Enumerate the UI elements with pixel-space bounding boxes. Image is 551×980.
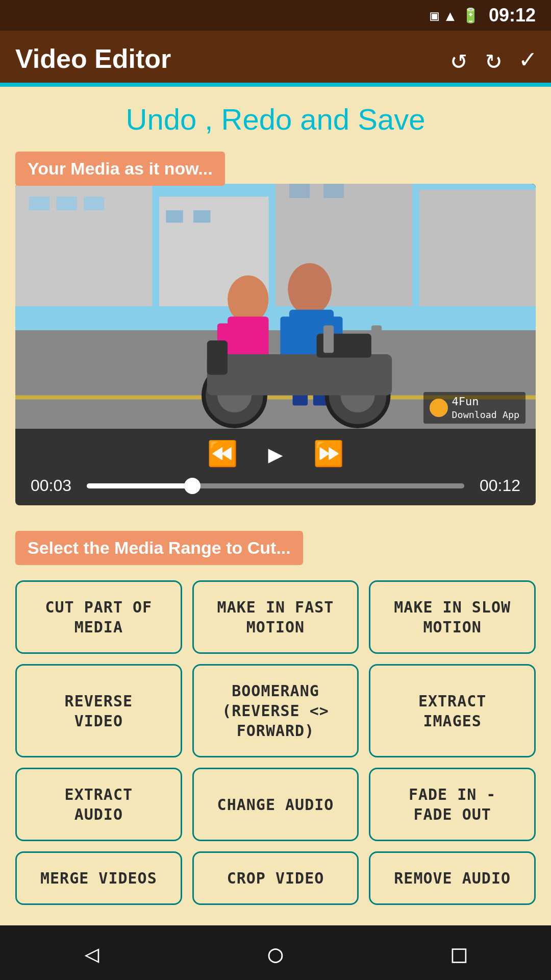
- watermark-text: 4FunDownload App: [452, 395, 519, 421]
- video-screen: 4FunDownload App: [15, 184, 536, 429]
- undo-button[interactable]: ↺: [451, 43, 467, 74]
- play-button[interactable]: ▶: [268, 439, 283, 468]
- back-nav-button[interactable]: ◁: [85, 939, 99, 968]
- svg-rect-6: [29, 197, 49, 210]
- recent-nav-button[interactable]: □: [452, 939, 467, 968]
- total-time: 00:12: [474, 476, 520, 495]
- watermark: 4FunDownload App: [423, 392, 525, 424]
- svg-rect-22: [280, 316, 294, 358]
- seek-thumb[interactable]: [184, 478, 201, 494]
- video-container: 4FunDownload App ⏪ ▶ ⏩ 00:03 00:12: [15, 184, 536, 505]
- top-bar-actions: ↺ ↻ ✓: [451, 43, 536, 74]
- save-button[interactable]: ✓: [520, 43, 536, 74]
- progress-strip: [0, 83, 551, 87]
- svg-rect-5: [419, 190, 536, 306]
- svg-point-15: [228, 276, 269, 324]
- svg-rect-10: [193, 210, 211, 223]
- media-section: Your Media as it now...: [0, 141, 551, 521]
- svg-rect-33: [323, 326, 334, 353]
- extract-audio-button[interactable]: EXTRACT AUDIO: [15, 768, 182, 841]
- status-bar: ▣ ▲ 🔋 09:12: [0, 0, 551, 31]
- svg-rect-8: [84, 197, 104, 210]
- svg-rect-9: [166, 210, 183, 223]
- status-icons: ▣ ▲ 🔋: [430, 7, 480, 24]
- remove-audio-button[interactable]: REMOVE AUDIO: [369, 851, 536, 905]
- svg-rect-11: [289, 184, 310, 198]
- svg-rect-12: [323, 184, 344, 198]
- boomerang-button[interactable]: BOOMERANG (REVERSE <> FORWARD): [192, 664, 359, 757]
- range-label-badge: Select the Media Range to Cut...: [15, 531, 303, 565]
- crop-video-button[interactable]: CROP VIDEO: [192, 851, 359, 905]
- fast-forward-button[interactable]: ⏩: [313, 439, 344, 468]
- controls-row: ⏪ ▶ ⏩: [31, 439, 520, 468]
- home-nav-button[interactable]: ○: [268, 939, 283, 968]
- media-label-badge: Your Media as it now...: [15, 152, 225, 186]
- seek-bar[interactable]: [87, 483, 464, 488]
- extract-images-button[interactable]: EXTRACT IMAGES: [369, 664, 536, 757]
- rewind-button[interactable]: ⏪: [207, 439, 238, 468]
- time-row: 00:03 00:12: [31, 476, 520, 495]
- make-in-slow-motion-button[interactable]: MAKE IN SLOW MOTION: [369, 580, 536, 654]
- svg-rect-34: [371, 326, 382, 353]
- video-controls: ⏪ ▶ ⏩ 00:03 00:12: [15, 429, 536, 505]
- svg-rect-7: [57, 197, 77, 210]
- cut-part-of-media-button[interactable]: CUT PART OF MEDIA: [15, 580, 182, 654]
- fade-in-fade-out-button[interactable]: FADE IN - FADE OUT: [369, 768, 536, 841]
- battery-icon: 🔋: [462, 7, 480, 24]
- instruction-text: Undo , Redo and Save: [20, 102, 531, 136]
- svg-rect-32: [207, 340, 228, 375]
- svg-point-20: [288, 263, 332, 315]
- app-title: Video Editor: [15, 43, 451, 74]
- instruction-banner: Undo , Redo and Save: [0, 87, 551, 141]
- merge-videos-button[interactable]: MERGE VIDEOS: [15, 851, 182, 905]
- top-bar: Video Editor ↺ ↻ ✓: [0, 31, 551, 87]
- bottom-nav: ◁ ○ □: [0, 925, 551, 980]
- vibrate-icon: ▣: [430, 7, 439, 24]
- current-time: 00:03: [31, 476, 77, 495]
- range-section: Select the Media Range to Cut...: [0, 521, 551, 580]
- redo-button[interactable]: ↻: [485, 43, 501, 74]
- make-in-fast-motion-button[interactable]: MAKE IN FAST MOTION: [192, 580, 359, 654]
- svg-rect-30: [207, 354, 392, 396]
- signal-icon: ▲: [446, 7, 455, 24]
- reverse-video-button[interactable]: REVERSE VIDEO: [15, 664, 182, 757]
- seek-progress: [87, 483, 192, 488]
- video-scene: 4FunDownload App: [15, 184, 536, 429]
- buttons-grid: CUT PART OF MEDIA MAKE IN FAST MOTION MA…: [0, 580, 551, 925]
- change-audio-button[interactable]: CHANGE AUDIO: [192, 768, 359, 841]
- status-time: 09:12: [489, 5, 536, 26]
- watermark-icon: [430, 399, 448, 417]
